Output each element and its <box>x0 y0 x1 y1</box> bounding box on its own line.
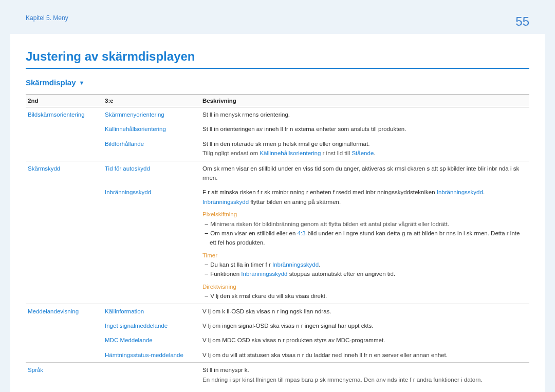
content-area: Justering av skärmdisplayen Skärmdisplay… <box>10 34 545 392</box>
pixel-heading: Pixelskiftning <box>202 210 527 219</box>
note-line: En ndring i spr kinst llningen till mpas… <box>202 377 483 383</box>
cell-3rd: Hämtningsstatus-meddelande <box>103 348 200 363</box>
table-row: Bildskärmsorientering Skärmmenyorienteri… <box>26 107 529 122</box>
table-row: Inget signalmeddelande V lj om ingen sig… <box>26 319 529 333</box>
menu-table: 2nd 3:e Beskrivning Bildskärmsorienterin… <box>26 94 529 387</box>
subsection-heading: Skärmdisplay ▼ <box>26 78 529 87</box>
cell-3rd: Källinformation <box>103 304 200 319</box>
cell-desc: St ll in menyspr k. En ndring i spr kins… <box>200 363 529 387</box>
table-row: Inbränningsskydd F r att minska risken f… <box>26 185 529 304</box>
list-item: ‒ V lj den sk rmsl ckare du vill ska vis… <box>202 291 527 301</box>
cell-desc: Om sk rmen visar en stillbild under en v… <box>200 161 529 185</box>
cell-desc: V lj om k ll-OSD ska visas n r ing ngsk … <box>200 304 529 319</box>
table-row: Språk St ll in menyspr k. En ndring i sp… <box>26 363 529 387</box>
table-row: Källinnehållsorientering St ll in orient… <box>26 122 529 136</box>
table-row: Skärmskydd Tid för autoskydd Om sk rmen … <box>26 161 529 185</box>
cell-3rd: Skärmmenyorientering <box>103 107 200 122</box>
col-header-2nd: 2nd <box>26 95 103 107</box>
cell-desc: St ll in den roterade sk rmen p helsk rm… <box>200 137 529 161</box>
cell-3rd: Inbränningsskydd <box>103 185 200 304</box>
cell-desc: V lj om du vill att statusen ska visas n… <box>200 348 529 363</box>
table-row: Meddelandevisning Källinformation V lj o… <box>26 304 529 319</box>
cell-desc: V lj om MDC OSD ska visas n r produkten … <box>200 333 529 347</box>
subsection-label: Skärmdisplay <box>26 78 76 87</box>
table-row: Bildförhållande St ll in den roterade sk… <box>26 137 529 161</box>
col-header-3rd: 3:e <box>103 95 200 107</box>
main-title: Justering av skärmdisplayen <box>26 49 529 69</box>
col-header-desc: Beskrivning <box>200 95 529 107</box>
table-header-row: 2nd 3:e Beskrivning <box>26 95 529 107</box>
cell-2nd: Bildskärmsorientering <box>26 107 103 122</box>
cell-3rd: Tid för autoskydd <box>103 161 200 185</box>
table-row: Hämtningsstatus-meddelande V lj om du vi… <box>26 348 529 363</box>
cell-2nd: Meddelandevisning <box>26 304 103 319</box>
direkt-heading: Direktvisning <box>202 282 527 291</box>
list-item: ‒ Om man visar en stillbild eller en 4:3… <box>202 229 527 248</box>
page-header: Kapitel 5. Meny 55 <box>0 0 555 34</box>
cell-3rd: Källinnehållsorientering <box>103 122 200 136</box>
chapter-label: Kapitel 5. Meny <box>26 14 68 22</box>
cell-3rd: MDC Meddelande <box>103 333 200 347</box>
note-line: Tillg ngligt endast om Källinnehållsorie… <box>202 150 376 156</box>
table-row: MDC Meddelande V lj om MDC OSD ska visas… <box>26 333 529 347</box>
triangle-down-icon: ▼ <box>79 80 85 86</box>
list-item: ‒ Minimera risken för bildinbränning gen… <box>202 219 527 229</box>
timer-heading: Timer <box>202 251 527 260</box>
cell-desc: F r att minska risken f r sk rminbr nnin… <box>200 185 529 304</box>
cell-2nd: Språk <box>26 363 103 387</box>
cell-desc: V lj om ingen signal-OSD ska visas n r i… <box>200 319 529 333</box>
list-item: ‒ Du kan st lla in timer f r Inbrännings… <box>202 260 527 269</box>
page-number: 55 <box>515 14 529 29</box>
cell-3rd: Bildförhållande <box>103 137 200 161</box>
desc-text: St ll in den roterade sk rmen p helsk rm… <box>202 141 369 147</box>
cell-desc: St ll in orienteringen av inneh ll fr n … <box>200 122 529 136</box>
cell-2nd: Skärmskydd <box>26 161 103 185</box>
list-item: ‒ Funktionen Inbränningsskydd stoppas au… <box>202 269 527 278</box>
cell-3rd: Inget signalmeddelande <box>103 319 200 333</box>
cell-desc: St ll in menysk rmens orientering. <box>200 107 529 122</box>
